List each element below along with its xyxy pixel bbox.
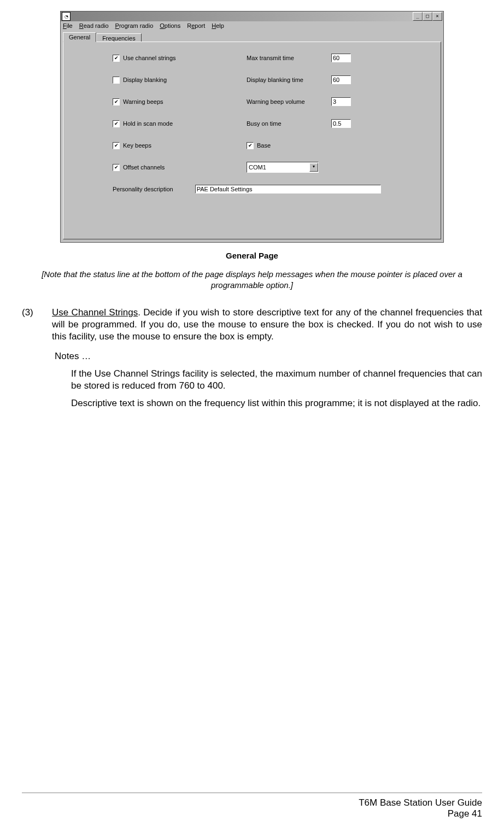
warning-beeps-label: Warning beeps xyxy=(123,98,163,105)
app-window: ◔ _ □ ✕ File Read radio Program radio Op… xyxy=(60,11,444,243)
figure-caption: General Page xyxy=(22,251,482,260)
display-blanking-time-input[interactable] xyxy=(331,75,351,84)
warning-beeps-checkbox[interactable]: ✔ xyxy=(113,98,120,105)
max-transmit-input[interactable] xyxy=(331,54,351,62)
busy-on-time-label: Busy on time xyxy=(247,120,331,127)
menu-file[interactable]: File xyxy=(63,22,73,29)
menubar: File Read radio Program radio Options Re… xyxy=(61,21,443,30)
hold-scan-label: Hold in scan mode xyxy=(123,120,173,127)
warning-beep-volume-input[interactable] xyxy=(331,97,351,106)
status-note: [Note that the status line at the bottom… xyxy=(22,269,482,291)
app-icon: ◔ xyxy=(62,12,71,21)
personality-label: Personality description xyxy=(113,186,173,192)
titlebar: ◔ _ □ ✕ xyxy=(61,11,443,21)
menu-help[interactable]: Help xyxy=(212,22,224,29)
max-transmit-label: Max transmit time xyxy=(247,55,331,61)
personality-input[interactable] xyxy=(195,185,381,193)
item-term: Use Channel Strings xyxy=(52,307,138,318)
menu-program-radio[interactable]: Program radio xyxy=(115,22,154,29)
maximize-button[interactable]: □ xyxy=(423,12,432,21)
com-port-value: COM1 xyxy=(247,164,309,171)
menu-options[interactable]: Options xyxy=(160,22,180,29)
menu-read-radio[interactable]: Read radio xyxy=(79,22,109,29)
busy-on-time-input[interactable] xyxy=(331,119,351,128)
item-text: Use Channel Strings. Decide if you wish … xyxy=(52,307,482,343)
general-panel: ✔ Use channel strings Max transmit time … xyxy=(63,42,441,239)
warning-beep-volume-label: Warning beep volume xyxy=(247,98,331,105)
chevron-down-icon[interactable]: ▼ xyxy=(309,163,318,172)
offset-channels-label: Offset channels xyxy=(123,164,165,171)
hold-scan-checkbox[interactable]: ✔ xyxy=(113,120,120,127)
offset-channels-checkbox[interactable]: ✔ xyxy=(113,164,120,171)
base-checkbox[interactable]: ✔ xyxy=(247,142,254,149)
display-blanking-label: Display blanking xyxy=(123,77,167,83)
use-channel-strings-checkbox[interactable]: ✔ xyxy=(113,55,120,62)
com-port-select[interactable]: COM1 ▼ xyxy=(247,162,319,173)
base-label: Base xyxy=(257,142,271,149)
tab-strip: General Frequencies xyxy=(61,30,443,42)
close-button[interactable]: ✕ xyxy=(432,12,442,21)
note-para-2: Descriptive text is shown on the frequen… xyxy=(71,397,482,409)
menu-report[interactable]: Report xyxy=(187,22,205,29)
key-beeps-label: Key beeps xyxy=(123,142,151,149)
display-blanking-checkbox[interactable] xyxy=(113,77,120,84)
minimize-button[interactable]: _ xyxy=(413,12,423,21)
key-beeps-checkbox[interactable]: ✔ xyxy=(113,142,120,149)
item-number: (3) xyxy=(22,307,52,343)
display-blanking-time-label: Display blanking time xyxy=(247,77,331,83)
use-channel-strings-label: Use channel strings xyxy=(123,55,176,61)
note-para-1: If the Use Channel Strings facility is s… xyxy=(71,368,482,392)
notes-label: Notes … xyxy=(55,350,482,362)
tab-general[interactable]: General xyxy=(63,32,96,42)
